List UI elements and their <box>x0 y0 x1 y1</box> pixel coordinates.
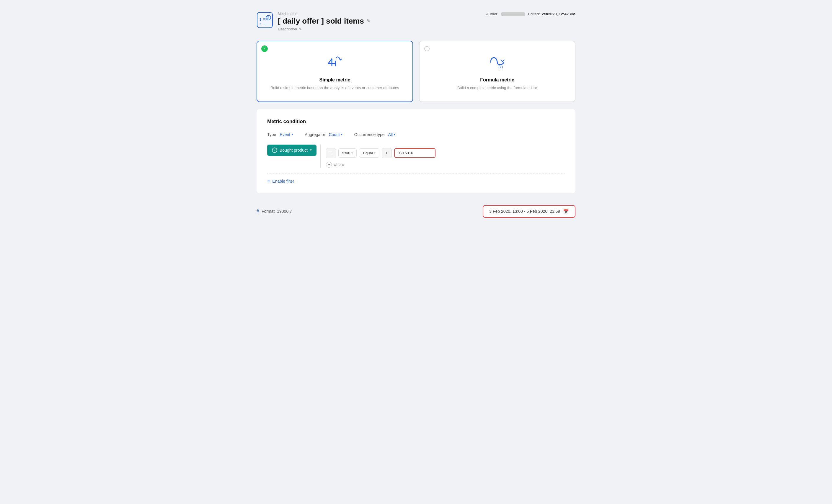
condition-controls: Type Event ▾ Aggregator Count ▾ Occurren… <box>267 132 565 137</box>
metric-title-text: [ daily offer ] sold items <box>278 17 364 26</box>
date-range-text: 3 Feb 2020, 13:00 - 5 Feb 2020, 23:59 <box>489 209 560 214</box>
author-label: Author: <box>486 12 498 16</box>
description-edit-icon: ✎ <box>299 27 302 31</box>
aggregator-label: Aggregator <box>305 132 325 137</box>
enable-filter-label: Enable filter <box>272 179 294 184</box>
event-row: ○ Bought product ▾ T $sku ▾ Equal ▾ T <box>267 144 565 168</box>
type-select[interactable]: Event ▾ <box>279 132 294 137</box>
event-button[interactable]: ○ Bought product ▾ <box>267 144 316 156</box>
operator-value: Equal <box>363 151 372 155</box>
event-chevron-icon: ▾ <box>310 148 312 152</box>
format-label: Format <box>262 209 275 214</box>
type-label: Type <box>267 132 276 137</box>
occurrence-chevron-icon: ▾ <box>394 133 395 136</box>
formula-metric-description: Build a complex metric using the formula… <box>457 85 537 91</box>
formula-metric-icon: (x) <box>487 52 508 73</box>
svg-text:$: $ <box>260 18 261 21</box>
title-edit-icon[interactable]: ✎ <box>366 18 370 24</box>
simple-metric-icon <box>324 52 345 73</box>
formula-metric-title: Formula metric <box>480 77 514 83</box>
cards-row: ✓ Simple metric Build a simple metric ba… <box>257 41 575 102</box>
where-label: where <box>334 162 344 167</box>
selected-check-badge: ✓ <box>261 46 268 52</box>
metric-icon: $ × ≡ — Σ <box>257 12 273 28</box>
field-value: $sku <box>342 151 350 155</box>
format-value: 19000.7 <box>277 209 292 214</box>
format-section: # Format 19000.7 <box>257 209 292 214</box>
type-chevron-icon: ▾ <box>291 133 293 136</box>
aggregator-value: Count <box>329 132 340 137</box>
metric-title-row: [ daily offer ] sold items ✎ <box>278 17 370 26</box>
filter-type-icon: T <box>326 148 336 158</box>
filter-line: T $sku ▾ Equal ▾ T + where <box>320 144 436 168</box>
edited-label: Edited: <box>528 12 540 16</box>
author-avatar <box>501 12 525 16</box>
hash-icon: # <box>257 209 259 214</box>
occurrence-select[interactable]: All ▾ <box>387 132 397 137</box>
description-row[interactable]: Description ✎ <box>278 27 370 31</box>
operator-select[interactable]: Equal ▾ <box>359 149 379 158</box>
svg-text:Σ: Σ <box>267 16 269 20</box>
filter-lines-icon: ≡ <box>267 179 270 184</box>
where-plus-icon: + <box>326 162 332 168</box>
filter-value-input[interactable] <box>394 148 436 158</box>
svg-text:×: × <box>260 22 261 25</box>
header-left: $ × ≡ — Σ Metric name [ daily offer ] so… <box>257 12 370 31</box>
field-select[interactable]: $sku ▾ <box>338 149 357 158</box>
svg-text:(x): (x) <box>498 64 503 69</box>
header-right: Author: Edited: 2/3/2020, 12:42 PM <box>486 12 575 16</box>
where-row[interactable]: + where <box>326 162 436 168</box>
value-type-icon: T <box>382 148 392 158</box>
operator-chevron-icon: ▾ <box>374 151 375 155</box>
simple-metric-title: Simple metric <box>319 77 350 83</box>
filter-row: T $sku ▾ Equal ▾ T <box>326 148 436 158</box>
metric-name-label: Metric name <box>278 12 370 16</box>
condition-panel: Metric condition Type Event ▾ Aggregator… <box>257 109 575 193</box>
aggregator-select[interactable]: Count ▾ <box>328 132 343 137</box>
footer-bar: # Format 19000.7 3 Feb 2020, 13:00 - 5 F… <box>257 201 575 222</box>
date-range-button[interactable]: 3 Feb 2020, 13:00 - 5 Feb 2020, 23:59 📅 <box>483 205 575 218</box>
simple-metric-description: Build a simple metric based on the analy… <box>271 85 399 91</box>
field-chevron-icon: ▾ <box>352 151 353 155</box>
svg-text:≡: ≡ <box>263 17 265 22</box>
condition-title: Metric condition <box>267 118 565 125</box>
type-value: Event <box>280 132 290 137</box>
simple-metric-card[interactable]: ✓ Simple metric Build a simple metric ba… <box>257 41 413 102</box>
formula-metric-card[interactable]: (x) Formula metric Build a complex metri… <box>419 41 575 102</box>
occurrence-value: All <box>388 132 393 137</box>
svg-text:—: — <box>263 22 266 25</box>
page-header: $ × ≡ — Σ Metric name [ daily offer ] so… <box>257 12 575 31</box>
event-circle-icon: ○ <box>272 148 277 153</box>
enable-filter-row[interactable]: ≡ Enable filter <box>267 174 565 184</box>
calendar-icon: 📅 <box>563 209 569 214</box>
aggregator-chevron-icon: ▾ <box>341 133 342 136</box>
occurrence-label: Occurrence type <box>354 132 385 137</box>
formula-radio-circle <box>424 46 430 51</box>
description-label: Description <box>278 27 297 31</box>
header-meta: Metric name [ daily offer ] sold items ✎… <box>278 12 370 31</box>
edited-date: 2/3/2020, 12:42 PM <box>542 12 575 16</box>
event-button-label: Bought product <box>280 148 308 153</box>
